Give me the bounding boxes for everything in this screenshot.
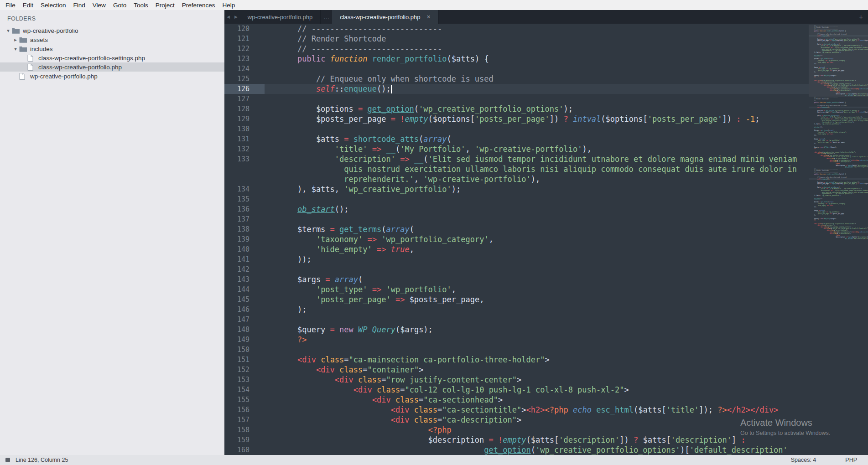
tree-folder-includes[interactable]: ▾includes xyxy=(0,44,224,53)
tree-file-wp-creative-portfolio-php[interactable]: wp-creative-portfolio.php xyxy=(0,72,224,81)
status-syntax[interactable]: PHP xyxy=(845,457,857,463)
code-line[interactable]: 124 xyxy=(224,64,868,74)
code-line[interactable]: 151 <div class="ca-mainsection ca-portfo… xyxy=(224,355,868,365)
tree-file-class-wp-creative-portfolio-php[interactable]: class-wp-creative-portfolio.php xyxy=(0,62,224,72)
code-line[interactable]: 138 $terms = get_terms(array( xyxy=(224,224,868,234)
tab-wp-creative-portfolio-php[interactable]: wp-creative-portfolio.php xyxy=(240,10,321,24)
code-line[interactable]: 137 xyxy=(224,214,868,224)
chevron-down-icon[interactable]: ▾ xyxy=(12,46,19,52)
code-line[interactable]: 160 get_option('wp_creative_portfolio_op… xyxy=(224,445,868,455)
code-line[interactable]: 147 xyxy=(224,315,868,325)
status-spaces[interactable]: Spaces: 4 xyxy=(791,457,816,463)
chevron-down-icon[interactable]: ▾ xyxy=(5,28,12,34)
code-line[interactable]: 149 ?> xyxy=(224,335,868,345)
line-number: 126 xyxy=(224,84,265,94)
code-area[interactable]: 120 // ----------------------------121 /… xyxy=(224,24,868,455)
code-line[interactable]: 146 ); xyxy=(224,305,868,315)
code-line[interactable]: 132 'title' => __('My Portfolio', 'wp-cr… xyxy=(224,144,868,154)
tab-class-wp-creative-portfolio-php[interactable]: class-wp-creative-portfolio.php× xyxy=(332,10,438,24)
code-line[interactable]: 140 'hide_empty' => true, xyxy=(224,244,868,254)
menu-tools[interactable]: Tools xyxy=(130,2,152,9)
line-number xyxy=(224,164,265,174)
code-line[interactable]: 159 $description = !empty($atts['descrip… xyxy=(224,435,868,445)
status-panel-icon[interactable] xyxy=(5,458,10,462)
tab-scroll-right-icon[interactable]: ▶ xyxy=(232,15,240,19)
code-line[interactable]: 158 <?php xyxy=(224,425,868,435)
tab-overflow-icon[interactable]: … xyxy=(321,14,332,21)
code-lines: // ---------------------------- // Rende… xyxy=(809,25,868,96)
line-number: 156 xyxy=(224,405,265,415)
code-line[interactable]: 131 $atts = shortcode_atts(array( xyxy=(224,134,868,144)
code-line[interactable]: reprehenderit.', 'wp-creative-portfolio'… xyxy=(224,174,868,184)
code-line[interactable]: 130 xyxy=(224,124,868,134)
tree-item-label: class-wp-creative-portfolio.php xyxy=(38,64,122,71)
tree-folder-assets[interactable]: ▸assets xyxy=(0,35,224,44)
chevron-right-icon[interactable]: ▸ xyxy=(12,37,19,43)
line-number: 128 xyxy=(224,104,265,114)
sidebar: FOLDERS ▾wp-creative-portfolio▸assets▾in… xyxy=(0,10,224,455)
menu-goto[interactable]: Goto xyxy=(109,2,130,9)
code-line[interactable]: 150 xyxy=(224,345,868,355)
tree-folder-wp-creative-portfolio[interactable]: ▾wp-creative-portfolio xyxy=(0,26,224,35)
code-line[interactable]: 123 public function render_portfolio($at… xyxy=(224,54,868,64)
editor-pane: ◀▶wp-creative-portfolio.php…class-wp-cre… xyxy=(224,10,868,455)
new-tab-icon[interactable]: + xyxy=(859,10,863,24)
menu-selection[interactable]: Selection xyxy=(37,2,70,9)
code-line[interactable]: 152 <div class="container"> xyxy=(224,365,868,375)
line-number: 138 xyxy=(224,224,265,234)
code-line[interactable]: 157 <div class="ca-description"> xyxy=(224,415,868,425)
code-line[interactable]: quis nostrud exercitation ullamco labori… xyxy=(224,164,868,174)
line-number: 137 xyxy=(224,214,265,224)
menu-help[interactable]: Help xyxy=(219,2,239,9)
line-number: 153 xyxy=(224,375,265,385)
menu-project[interactable]: Project xyxy=(152,2,178,9)
code-line[interactable]: 144 'post_type' => 'wp_portfolio', xyxy=(224,284,868,294)
menu-find[interactable]: Find xyxy=(70,2,89,9)
code-line[interactable]: 156 <div class="ca-sectiontitle"><h2><?p… xyxy=(224,405,868,415)
line-number: 124 xyxy=(224,64,265,74)
code-line[interactable]: 143 $args = array( xyxy=(224,274,868,284)
code-line[interactable]: 129 $posts_per_page = !empty($options['p… xyxy=(224,114,868,124)
tree-item-label: wp-creative-portfolio xyxy=(23,27,78,34)
code-line[interactable]: 120 // ---------------------------- xyxy=(224,24,868,34)
code-line[interactable]: 126 self::enqueue(); xyxy=(224,84,868,94)
menu-view[interactable]: View xyxy=(89,2,109,9)
code-line[interactable]: 121 // Render Shortcode xyxy=(224,34,868,44)
cursor-position[interactable]: Line 126, Column 25 xyxy=(16,457,68,463)
code-line[interactable]: 142 xyxy=(224,264,868,274)
line-number: 160 xyxy=(224,445,265,455)
code-line[interactable]: 145 'posts_per_page' => $posts_per_page, xyxy=(224,294,868,305)
line-number xyxy=(224,174,265,184)
code-line[interactable]: 135 xyxy=(224,194,868,204)
line-number: 130 xyxy=(224,124,265,134)
code-line[interactable]: 122 // ---------------------------- xyxy=(224,44,868,54)
code-lines: // ---------------------------- // Rende… xyxy=(809,97,868,168)
tree-file-class-wp-creative-portfolio-settings-php[interactable]: class-wp-creative-portfolio-settings.php xyxy=(0,53,224,62)
line-number: 159 xyxy=(224,435,265,445)
menu-file[interactable]: File xyxy=(2,2,19,9)
line-number: 140 xyxy=(224,244,265,254)
code-line[interactable]: 127 xyxy=(224,94,868,104)
code-line[interactable]: 139 'taxonomy' => 'wp_portfolio_category… xyxy=(224,234,868,244)
line-number: 121 xyxy=(224,34,265,44)
code-line[interactable]: 155 <div class="ca-sectionhead"> xyxy=(224,395,868,405)
tab-scroll-left-icon[interactable]: ◀ xyxy=(224,15,232,19)
code-line[interactable]: 125 // Enqueue only when shortcode is us… xyxy=(224,74,868,84)
menu-preferences[interactable]: Preferences xyxy=(178,2,219,9)
code-line[interactable]: 153 <div class="row justify-content-cent… xyxy=(224,375,868,385)
code-line[interactable]: 141 )); xyxy=(224,254,868,264)
close-icon[interactable]: × xyxy=(427,14,431,20)
folder-icon xyxy=(19,37,28,43)
code-line[interactable]: 148 $query = new WP_Query($args); xyxy=(224,325,868,335)
code-line[interactable]: 133 'description' => __('Elit sed iusmod… xyxy=(224,154,868,164)
minimap[interactable]: // ---------------------------- // Rende… xyxy=(809,24,868,455)
line-number: 149 xyxy=(224,335,265,345)
code-line[interactable]: 134 ), $atts, 'wp_creative_portfolio'); xyxy=(224,184,868,194)
code-line[interactable]: 128 $options = get_option('wp_creative_p… xyxy=(224,104,868,114)
code-line[interactable]: 154 <div class="col-12 col-lg-10 push-lg… xyxy=(224,385,868,395)
line-number: 123 xyxy=(224,54,265,64)
menu-edit[interactable]: Edit xyxy=(19,2,37,9)
code-line[interactable]: 136 ob_start(); xyxy=(224,204,868,214)
line-number: 141 xyxy=(224,254,265,264)
line-number: 120 xyxy=(224,24,265,34)
